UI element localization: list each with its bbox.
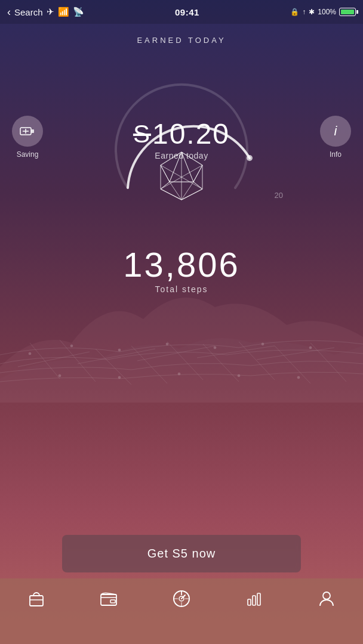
nav-item-shop[interactable] [17,586,56,612]
svg-point-50 [297,376,300,379]
shop-icon [27,589,46,608]
activity-icon [172,589,191,608]
status-bar: ‹ Search ✈ 📶 📡 09:41 🔒 ↑ ✱ 100% [0,0,363,24]
info-button[interactable]: i Info [320,116,351,159]
svg-point-4 [247,155,253,161]
cta-section: Get S5 now [0,535,363,572]
saving-button[interactable]: Saving [12,116,43,159]
back-label[interactable]: Search [14,7,43,17]
saving-label: Saving [17,150,39,159]
svg-point-49 [238,374,240,377]
profile-icon [317,589,336,608]
info-icon: i [334,123,337,139]
svg-line-18 [182,152,193,182]
svg-point-65 [323,592,330,599]
info-icon-circle: i [320,116,351,147]
svg-rect-63 [253,596,256,605]
gauge-wrapper: S 10.20 Earned today [98,57,265,224]
svg-point-43 [214,346,216,349]
bluetooth-icon: ✱ [309,8,315,16]
location-icon: ↑ [302,8,306,16]
svg-line-17 [170,152,182,182]
svg-point-45 [309,346,312,349]
nav-item-profile[interactable] [307,586,346,612]
svg-rect-51 [30,596,43,606]
svg-rect-54 [110,600,115,603]
svg-point-48 [178,373,180,375]
battery-icon [339,8,356,16]
svg-point-44 [262,343,264,345]
scale-label: 20 [275,191,283,200]
status-right: 🔒 ↑ ✱ 100% [290,8,356,16]
svg-point-39 [29,352,31,355]
saving-icon-circle [12,116,43,147]
svg-point-47 [118,376,121,379]
battery-percent: 100% [318,8,336,16]
app-container: ‹ Search ✈ 📶 📡 09:41 🔒 ↑ ✱ 100% EARNED T… [0,0,363,644]
svg-point-46 [59,374,61,377]
earned-amount: S 10.20 [133,120,230,148]
back-icon[interactable]: ‹ [7,6,11,18]
svg-line-15 [161,182,170,189]
amount-value: 10.20 [152,120,230,148]
wallet-icon [99,589,118,608]
gem-icon [146,146,217,218]
gauge-section: Saving S 10.20 Earned today [0,51,363,224]
signal-icon: 📶 [58,7,69,17]
page-title: EARNED TODAY [0,36,363,45]
nav-item-activity[interactable] [162,586,201,612]
currency-symbol: S [133,122,151,147]
lock-icon: 🔒 [290,8,299,16]
status-left[interactable]: ‹ Search ✈ 📶 📡 [7,6,84,18]
svg-point-42 [166,343,168,345]
bottom-nav [0,578,363,644]
svg-line-24 [182,189,202,200]
status-time: 09:41 [175,7,199,17]
cta-button[interactable]: Get S5 now [62,535,301,572]
svg-line-16 [193,182,202,189]
page-header: EARNED TODAY [0,24,363,51]
svg-point-41 [118,349,121,351]
svg-rect-64 [257,593,260,605]
info-label: Info [330,150,342,159]
airplane-icon: ✈ [47,7,54,17]
wifi-icon: 📡 [73,7,84,17]
svg-rect-1 [31,129,34,133]
nav-item-wallet[interactable] [90,586,128,612]
battery-fill [341,10,354,14]
svg-line-61 [182,595,185,599]
svg-rect-62 [248,599,251,605]
svg-point-40 [70,345,73,347]
nav-item-stats[interactable] [235,586,273,612]
visualization-area: 13,806 Total steps [0,236,363,414]
svg-line-23 [161,189,182,200]
network-visualization [0,236,363,414]
chart-icon [245,589,264,608]
